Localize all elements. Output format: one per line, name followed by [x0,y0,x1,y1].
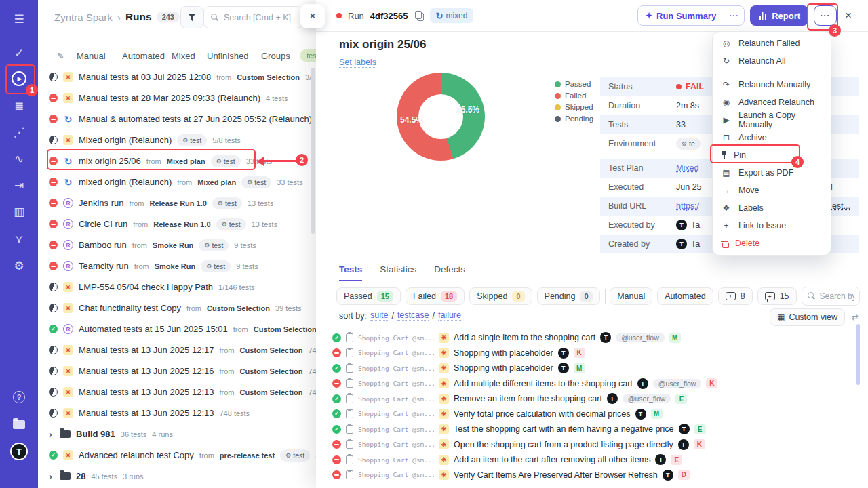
suite-name: Shopping Cart @sm... [358,410,434,418]
run-row[interactable]: Manual tests at 13 Jun 2025 12:13fromCus… [38,382,323,403]
settings-gear-icon[interactable]: ⚙ [9,256,28,275]
test-row[interactable]: Shopping Cart @sm...Shopping with placeh… [316,346,859,361]
steps-icon[interactable]: ⋰ [9,123,28,142]
run-row[interactable]: Circle CI runfromRelease Run 1.0test13 t… [38,214,323,235]
runs-tab-groups[interactable]: Groups [261,51,290,61]
menu-item-launch-a-copy-manually[interactable]: ▶Launch a Copy Manually [713,111,831,129]
test-row[interactable]: Shopping Cart @sm...Test the shopping ca… [316,422,859,437]
filter-button[interactable] [180,6,203,28]
close-detail-icon[interactable]: × [845,9,852,22]
filter-pending[interactable]: Pending0 [537,287,600,305]
runs-tab-manual[interactable]: Manual [77,51,106,61]
test-row[interactable]: Shopping Cart @sm...Add multiple differe… [316,376,859,392]
run-row[interactable]: Mixed origin (Relaunch)test5/8 tests [38,129,323,150]
menu-item-advanced-relaunch[interactable]: ◉Advanced Relaunch [713,94,831,111]
copy-icon[interactable] [416,12,422,20]
environment-badge: test [280,449,310,462]
run-summary-more-button[interactable]: ··· [724,6,744,25]
sort-link-testcase[interactable]: testcase [397,310,429,321]
help-icon[interactable]: ? [9,388,28,407]
runs-tab-mixed[interactable]: Mixed [172,51,195,61]
workspace-avatar[interactable]: T [9,442,28,461]
info-value: 33 [676,120,686,129]
menu-item-delete[interactable]: Delete [713,235,831,252]
test-row[interactable]: Shopping Cart @sm...Verify Cart Items Ar… [316,468,859,483]
import-icon[interactable]: ⇥ [9,176,28,195]
test-row[interactable]: Shopping Cart @sm...Remove an item from … [316,391,859,407]
test-row[interactable]: Shopping Cart @sm...Add a single item to… [316,330,859,346]
run-summary-button[interactable]: ✦Run Summary [638,6,724,25]
filter-comment-alert[interactable]: !8 [718,287,753,305]
sort-link-failure[interactable]: failure [438,310,461,321]
info-value-end[interactable]: est... [832,201,850,211]
close-panel-button[interactable]: × [300,4,325,28]
overflow-menu-button[interactable]: ··· [814,5,837,26]
sort-link-suite[interactable]: suite [370,310,388,321]
menu-item-link-to-issue[interactable]: +Link to Issue [713,217,831,235]
run-tests-count: 1/146 tests [218,283,255,291]
run-row[interactable]: Manual tests at 13 Jun 2025 12:13748 tes… [38,403,323,424]
check-icon[interactable]: ✓ [9,43,28,62]
runs-search-input[interactable] [224,13,295,22]
run-row[interactable]: Teamcity runfromSmoke Runtest9 tests [38,256,323,277]
run-row[interactable]: Manual tests at 13 Jun 2025 12:16fromCus… [38,361,323,382]
checklist-icon[interactable]: ≣ [9,96,28,115]
run-row[interactable]: Advanced relaunch test Copyfrompre-relea… [38,445,323,466]
filter-failed[interactable]: Failed18 [406,287,465,305]
filter-comment-plus[interactable]: +15 [757,287,797,305]
run-row[interactable]: Manual & automated tests at 27 Jun 2025 … [38,108,323,129]
custom-view-button[interactable]: ▦ Custom view [770,308,845,326]
set-labels-link[interactable]: Set labels [339,58,376,68]
test-row[interactable]: Shopping Cart @sm...Add an item to the c… [316,452,859,468]
breadcrumb-project[interactable]: Zyntra Spark [54,12,113,23]
run-group-row[interactable]: ›Build 98136 tests4 runs [38,424,323,445]
legend-label: Passed [565,80,591,88]
test-row[interactable]: Shopping Cart @sm...Verify total price c… [316,407,859,422]
menu-item-archive[interactable]: ⊟Archive [713,129,831,146]
menu-item-labels[interactable]: ❖Labels [713,199,831,217]
run-row[interactable]: Manual tests at 28 Mar 2025 09:33 (Relau… [38,87,323,108]
filter-automated[interactable]: Automated [657,287,713,305]
branch-icon[interactable]: ⋎ [9,229,28,248]
test-row[interactable]: Shopping Cart @sm...Shopping with placeh… [316,361,859,376]
menu-item-relaunch-failed[interactable]: ◎Relaunch Failed [713,35,831,52]
run-row[interactable]: Manual tests at 03 Jul 2025 12:08fromCus… [38,66,323,87]
run-row[interactable]: Jenkins runfromRelease Run 1.0test13 tes… [38,192,323,214]
menu-item-export-as-pdf[interactable]: ▤Export as PDF [713,164,831,182]
run-row[interactable]: Manual tests at 13 Jun 2025 12:17fromCus… [38,340,323,361]
runs-play-icon[interactable]: ▶ [9,69,28,88]
menu-item-relaunch-manually[interactable]: ↷Relaunch Manually [713,76,831,94]
run-source: Release Run 1.0 [149,199,206,207]
report-button[interactable]: Report [750,5,808,26]
edit-icon[interactable]: ✎ [57,51,64,61]
tests-search-input[interactable] [820,291,854,301]
link-issue-icon: + [721,221,732,230]
menu-item-relaunch-all[interactable]: ↻Relaunch All [713,52,831,70]
pulse-icon[interactable]: ∿ [9,149,28,168]
test-title: Open the shopping cart from a product li… [454,440,673,449]
run-row[interactable]: mixed origin (Relaunch)fromMixed plantes… [38,171,323,192]
analytics-icon[interactable]: ▥ [9,202,28,221]
projects-folder-icon[interactable] [9,415,28,434]
menu-icon[interactable]: ☰ [9,9,28,28]
run-row[interactable]: Bamboo runfromSmoke Runtest9 tests [38,235,323,256]
menu-item-move[interactable]: →Move [713,182,831,199]
filter-passed[interactable]: Passed15 [336,287,401,305]
status-failed-icon [332,440,341,449]
filter-manual[interactable]: Manual [610,287,652,305]
menu-item-pin[interactable]: Pin [713,146,831,164]
info-link[interactable]: https:/ [676,201,699,211]
runs-scrollbar[interactable] [311,68,315,234]
sliders-icon[interactable]: ⇄ [852,312,859,322]
test-row[interactable]: Shopping Cart @sm...Open the shopping ca… [316,437,859,453]
run-group-row[interactable]: ›2845 tests3 runs [38,466,323,487]
runs-tab-unfinished[interactable]: Unfinished [207,51,248,61]
tests-scrollbar[interactable] [856,324,860,385]
runs-tab-automated[interactable]: Automated [122,51,165,61]
run-row[interactable]: Automated tests at 15 Jun 2025 15:01from… [38,319,323,340]
info-link[interactable]: Mixed [676,163,698,173]
filter-skipped[interactable]: Skipped0 [469,287,532,305]
run-row[interactable]: LMP-554 05/04 check Happy Path1/146 test… [38,277,323,298]
status-failed-icon [49,241,58,249]
run-row[interactable]: Chat functinality test CopyfromCustom Se… [38,298,323,319]
